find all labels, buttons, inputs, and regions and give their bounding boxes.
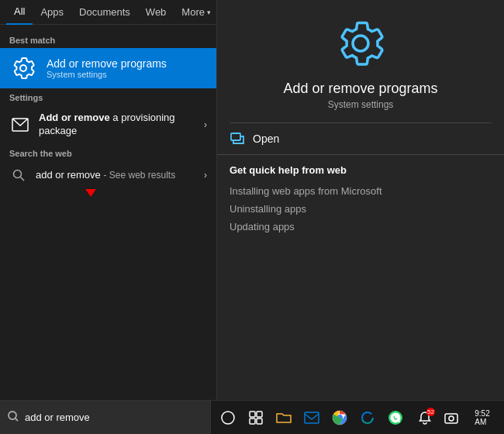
settings-label: Settings <box>0 88 216 105</box>
gear-icon-large <box>336 19 385 71</box>
app-container: All Apps Documents Web More ▾ U <box>0 0 504 434</box>
taskbar-edge-button[interactable] <box>355 405 380 430</box>
tab-apps[interactable]: Apps <box>33 0 71 25</box>
best-match-label: Best match <box>0 31 216 48</box>
open-icon <box>230 131 245 146</box>
taskbar-clock-button[interactable]: 9:52AM <box>465 405 499 430</box>
quick-help-title: Get quick help from web <box>230 164 492 176</box>
taskbar-mail-button[interactable] <box>299 405 324 430</box>
quick-help-section: Get quick help from web Installing web a… <box>217 155 504 240</box>
best-match-item[interactable]: Add or remove programs System settings <box>0 48 216 88</box>
left-content: Best match Add or remove programs System… <box>0 25 216 400</box>
svg-line-2 <box>21 177 25 181</box>
chevron-down-icon: ▾ <box>207 9 211 16</box>
search-web-label: Search the web <box>0 144 216 161</box>
search-icon <box>8 411 19 424</box>
svg-rect-9 <box>257 412 262 417</box>
best-match-title: Add or remove programs <box>47 57 167 70</box>
taskbar-notification-button[interactable]: 52 <box>413 405 437 430</box>
search-web-icon <box>9 166 28 184</box>
chevron-right-icon: › <box>204 119 207 130</box>
right-panel-header: Add or remove programs System settings <box>217 0 504 122</box>
best-match-text: Add or remove programs System settings <box>47 57 167 79</box>
web-chevron-right-icon: › <box>204 170 207 181</box>
tab-more[interactable]: More ▾ <box>174 0 219 25</box>
envelope-icon <box>9 114 31 136</box>
search-input-value: add or remove <box>25 412 90 423</box>
tab-web[interactable]: Web <box>138 0 174 25</box>
taskbar-whatsapp-button[interactable] <box>383 405 408 430</box>
taskbar-icons <box>211 405 413 430</box>
svg-rect-10 <box>250 418 255 424</box>
tabs-bar: All Apps Documents Web More ▾ U <box>0 0 216 25</box>
left-panel: All Apps Documents Web More ▾ U <box>0 0 217 400</box>
taskbar-task-view-button[interactable] <box>243 405 268 430</box>
svg-point-5 <box>9 412 16 419</box>
web-search-text: add or remove - See web results <box>36 169 175 181</box>
web-search-item[interactable]: add or remove - See web results › <box>0 161 216 189</box>
main-area: All Apps Documents Web More ▾ U <box>0 0 504 400</box>
tab-all[interactable]: All <box>6 0 33 25</box>
svg-rect-4 <box>231 133 240 140</box>
right-panel-title: Add or remove programs <box>283 81 437 97</box>
svg-point-1 <box>14 170 22 177</box>
right-panel-subtitle: System settings <box>328 99 394 110</box>
settings-item-provisioning[interactable]: Add or remove a provisioningpackage › <box>0 105 216 144</box>
svg-rect-11 <box>257 418 262 424</box>
taskbar-right-area: 52 9:52AM <box>413 405 504 430</box>
svg-point-7 <box>222 412 234 424</box>
gear-icon <box>9 54 37 82</box>
tab-documents[interactable]: Documents <box>71 0 138 25</box>
settings-item-text: Add or remove a provisioningpackage <box>39 112 196 138</box>
taskbar-start-button[interactable] <box>216 405 240 430</box>
quick-help-link-3[interactable]: Updating apps <box>230 218 492 236</box>
taskbar-camera-button[interactable] <box>439 405 464 430</box>
quick-help-link-2[interactable]: Uninstalling apps <box>230 200 492 218</box>
taskbar-file-explorer-button[interactable] <box>271 405 296 430</box>
svg-rect-12 <box>305 412 319 423</box>
open-label: Open <box>253 133 279 145</box>
svg-point-17 <box>449 416 454 421</box>
svg-point-3 <box>353 36 368 51</box>
quick-help-link-1[interactable]: Installing web apps from Microsoft <box>230 182 492 200</box>
taskbar-chrome-button[interactable] <box>327 405 352 430</box>
taskbar: add or remove <box>0 400 504 434</box>
svg-rect-16 <box>445 414 457 423</box>
open-button[interactable]: Open <box>217 123 504 155</box>
search-box[interactable]: add or remove <box>0 401 211 435</box>
svg-rect-8 <box>250 412 255 417</box>
right-panel: Add or remove programs System settings O… <box>217 0 504 400</box>
best-match-subtitle: System settings <box>47 70 167 79</box>
svg-line-6 <box>16 418 18 421</box>
